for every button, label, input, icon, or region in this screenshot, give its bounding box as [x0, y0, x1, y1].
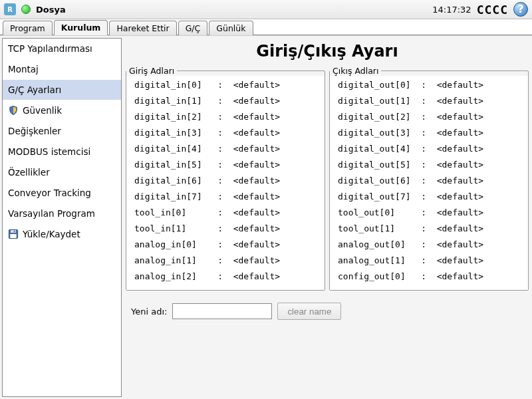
input-row[interactable]: digital_in[4] : <default>	[134, 141, 325, 157]
input-row[interactable]: analog_in[1] : <default>	[134, 253, 325, 269]
sidebar-item-6[interactable]: Özellikler	[3, 162, 121, 183]
output-row[interactable]: digital_out[3] : <default>	[338, 125, 528, 141]
tab-g-[interactable]: G/Ç	[178, 21, 208, 35]
help-icon[interactable]: ?	[513, 2, 528, 17]
sidebar-item-1[interactable]: Montaj	[3, 59, 121, 80]
sidebar-item-3[interactable]: Güvenlik	[3, 100, 121, 121]
input-row[interactable]: tool_in[1] : <default>	[134, 221, 325, 237]
output-row[interactable]: digital_out[2] : <default>	[338, 109, 528, 125]
main-panel: Giriş/Çıkış Ayarı Giriş Adları digital_i…	[124, 38, 530, 397]
outputs-legend: Çıkış Adları	[330, 66, 381, 76]
tab-kurulum[interactable]: Kurulum	[54, 20, 108, 35]
sidebar-item-2[interactable]: G/Ç Ayarları	[3, 80, 121, 100]
sidebar-item-label: Güvenlik	[23, 105, 62, 116]
sidebar: TCP YapılandırmasıMontajG/Ç AyarlarıGüve…	[2, 38, 122, 397]
input-row[interactable]: digital_in[1] : <default>	[134, 93, 325, 109]
inputs-list[interactable]: digital_in[0] : <default>digital_in[1] :…	[126, 76, 325, 290]
ur-logo-icon: R	[4, 3, 16, 15]
shield-icon	[8, 105, 19, 116]
output-row[interactable]: digital_out[1] : <default>	[338, 93, 528, 109]
input-row[interactable]: tool_in[0] : <default>	[134, 205, 325, 221]
status-dot-icon	[21, 5, 31, 14]
sidebar-item-label: Montaj	[8, 64, 39, 74]
sidebar-item-9[interactable]: Yükle/Kaydet	[3, 224, 121, 245]
rename-input[interactable]	[172, 303, 272, 319]
sidebar-item-label: TCP Yapılandırması	[8, 43, 92, 54]
sidebar-item-label: Conveyor Tracking	[8, 188, 91, 198]
svg-rect-1	[11, 230, 16, 233]
inputs-group: Giriş Adları digital_in[0] : <default>di…	[126, 66, 325, 291]
output-row[interactable]: tool_out[0] : <default>	[338, 205, 528, 221]
input-row[interactable]: digital_in[7] : <default>	[134, 189, 325, 205]
top-bar: R Dosya 14:17:32 CCCC ?	[0, 0, 532, 19]
output-row[interactable]: analog_out[0] : <default>	[338, 237, 528, 253]
clock: 14:17:32	[432, 5, 471, 15]
output-row[interactable]: analog_out[1] : <default>	[338, 253, 528, 269]
output-row[interactable]: digital_out[0] : <default>	[338, 77, 528, 93]
tab-g-nl-k[interactable]: Günlük	[209, 21, 253, 35]
floppy-icon	[8, 229, 19, 239]
tab-hareket-ettir[interactable]: Hareket Ettir	[109, 21, 176, 35]
sidebar-item-label: Özellikler	[8, 167, 50, 178]
output-row[interactable]: digital_out[6] : <default>	[338, 173, 528, 189]
svg-rect-3	[14, 231, 15, 233]
menu-file[interactable]: Dosya	[36, 5, 66, 15]
outputs-list[interactable]: digital_out[0] : <default>digital_out[1]…	[330, 76, 528, 290]
page-title: Giriş/Çıkış Ayarı	[124, 42, 530, 61]
sidebar-item-4[interactable]: Değişkenler	[3, 121, 121, 142]
input-row[interactable]: digital_in[2] : <default>	[134, 109, 325, 125]
clear-name-button[interactable]: clear name	[277, 303, 341, 320]
tab-program[interactable]: Program	[3, 21, 53, 35]
sidebar-item-label: Değişkenler	[8, 126, 61, 136]
output-row[interactable]: tool_out[1] : <default>	[338, 221, 528, 237]
rename-label: Yeni adı:	[131, 307, 167, 317]
sidebar-item-7[interactable]: Conveyor Tracking	[3, 183, 121, 203]
input-row[interactable]: digital_in[5] : <default>	[134, 157, 325, 173]
sidebar-item-label: Varsayılan Program	[8, 208, 95, 219]
status-badge: CCCC	[477, 3, 508, 17]
sidebar-item-label: MODBUS istemcisi	[8, 146, 90, 157]
input-row[interactable]: digital_in[0] : <default>	[134, 77, 325, 93]
input-row[interactable]: analog_in[2] : <default>	[134, 269, 325, 285]
inputs-legend: Giriş Adları	[126, 66, 177, 76]
output-row[interactable]: config_out[0] : <default>	[338, 269, 528, 285]
sidebar-item-8[interactable]: Varsayılan Program	[3, 203, 121, 224]
sidebar-item-5[interactable]: MODBUS istemcisi	[3, 142, 121, 162]
sidebar-item-label: G/Ç Ayarları	[8, 84, 61, 95]
rename-bar: Yeni adı: clear name	[124, 297, 530, 325]
sidebar-item-label: Yükle/Kaydet	[23, 229, 80, 239]
tab-strip: ProgramKurulumHareket EttirG/ÇGünlük	[0, 19, 532, 35]
output-row[interactable]: digital_out[5] : <default>	[338, 157, 528, 173]
input-row[interactable]: analog_in[0] : <default>	[134, 237, 325, 253]
input-row[interactable]: digital_in[6] : <default>	[134, 173, 325, 189]
input-row[interactable]: digital_in[3] : <default>	[134, 125, 325, 141]
output-row[interactable]: digital_out[4] : <default>	[338, 141, 528, 157]
sidebar-item-0[interactable]: TCP Yapılandırması	[3, 39, 121, 59]
svg-rect-2	[10, 234, 16, 238]
output-row[interactable]: digital_out[7] : <default>	[338, 189, 528, 205]
outputs-group: Çıkış Adları digital_out[0] : <default>d…	[329, 66, 529, 291]
